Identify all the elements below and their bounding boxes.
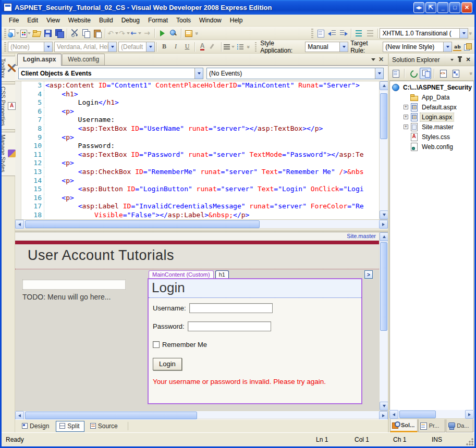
- chevron-down-icon[interactable]: [339, 42, 348, 52]
- code-line-4[interactable]: 4 <h1>: [21, 90, 379, 99]
- window-popout-button[interactable]: ⇱: [425, 2, 436, 13]
- code-line-3[interactable]: 3<asp:Content ID="Content1" ContentPlace…: [21, 81, 379, 90]
- scroll-track[interactable]: [380, 90, 388, 210]
- toolbar-overflow-icon[interactable]: »: [246, 44, 251, 49]
- underline-button[interactable]: U: [181, 41, 193, 53]
- display-details-button[interactable]: [315, 28, 326, 39]
- code-lines[interactable]: 3<asp:Content ID="Content1" ContentPlace…: [21, 81, 379, 219]
- code-line-7[interactable]: 7 Username:: [21, 116, 379, 125]
- design-vertical-scrollbar[interactable]: [379, 232, 388, 410]
- remember-me-checkbox[interactable]: [153, 341, 160, 348]
- panel-close-icon[interactable]: ✕: [464, 56, 472, 64]
- decrease-indent-button[interactable]: [326, 28, 338, 39]
- nest-related-files-button[interactable]: [420, 68, 431, 79]
- highlight-button[interactable]: [208, 41, 219, 53]
- refresh-button[interactable]: [407, 68, 419, 79]
- tree-item-styles-css[interactable]: Styles.css: [390, 132, 473, 142]
- code-line-8[interactable]: 8 <asp:TextBox ID="UserName" runat="serv…: [21, 125, 379, 133]
- username-input[interactable]: [189, 303, 273, 313]
- source-view-button[interactable]: Source: [87, 421, 123, 432]
- code-line-13[interactable]: 13 <asp:CheckBox ID="RememberMe" runat="…: [21, 168, 379, 177]
- scroll-thumb[interactable]: [380, 242, 387, 331]
- menu-debug[interactable]: Debug: [117, 15, 144, 26]
- scroll-up-icon[interactable]: [380, 232, 388, 241]
- scroll-left-icon[interactable]: [389, 410, 398, 419]
- scroll-thumb[interactable]: [399, 410, 436, 418]
- menu-format[interactable]: Format: [144, 15, 172, 26]
- master-page-label[interactable]: Site.master: [347, 233, 376, 239]
- source-horizontal-scrollbar[interactable]: [15, 220, 388, 229]
- source-editor[interactable]: 3<asp:Content ID="Content1" ContentPlace…: [15, 81, 388, 220]
- tab-database-explorer[interactable]: Da...: [446, 419, 473, 432]
- tab-web-config[interactable]: Web.config: [62, 54, 105, 65]
- chevron-down-icon[interactable]: [375, 68, 383, 79]
- tree-item-web-config[interactable]: Web.config: [390, 142, 473, 152]
- tree-item-default-aspx[interactable]: +Default.aspx: [390, 102, 473, 112]
- close-button[interactable]: ✕: [461, 2, 472, 13]
- close-document-icon[interactable]: ✕: [379, 56, 384, 63]
- start-debugging-button[interactable]: [156, 28, 168, 39]
- menu-website[interactable]: Website: [64, 15, 95, 26]
- tab-properties[interactable]: Pr...: [418, 419, 446, 432]
- menu-placeholder-box[interactable]: [22, 280, 126, 290]
- redo-button[interactable]: ↷: [118, 28, 130, 39]
- chevron-down-icon[interactable]: [443, 42, 451, 52]
- tree-item-c-aspnet-security[interactable]: C:\...\ASPNET_Security: [390, 82, 473, 92]
- style-application-dropdown[interactable]: Manual: [305, 42, 348, 52]
- code-line-14[interactable]: 14 <p>: [21, 177, 379, 185]
- source-vertical-scrollbar[interactable]: [379, 81, 388, 219]
- alignment-button[interactable]: [223, 41, 235, 53]
- scroll-thumb[interactable]: [25, 220, 260, 228]
- scroll-left-icon[interactable]: [15, 220, 24, 229]
- panel-horizontal-scrollbar[interactable]: [389, 410, 474, 419]
- chevron-down-icon[interactable]: [194, 68, 203, 79]
- toolbar-grip[interactable]: [4, 29, 6, 38]
- code-line-18[interactable]: 18 Visible="False"></asp:Label>&nbsp;</p…: [21, 211, 379, 219]
- tab-login-aspx[interactable]: Login.aspx: [17, 54, 62, 66]
- pin-icon[interactable]: [456, 56, 464, 64]
- navigate-backward-button[interactable]: ←: [130, 28, 141, 39]
- split-view-button[interactable]: Split: [56, 421, 84, 432]
- toolbar-overflow-icon[interactable]: »: [194, 31, 200, 35]
- toolbar-grip[interactable]: [4, 42, 6, 52]
- toolbar-overflow-icon[interactable]: »: [468, 71, 474, 76]
- save-button[interactable]: [42, 28, 54, 39]
- code-line-5[interactable]: 5 Login</h1>: [21, 98, 379, 107]
- view-code-button[interactable]: [437, 68, 448, 79]
- tree-item-login-aspx[interactable]: +Login.aspx: [390, 112, 473, 122]
- italic-button[interactable]: I: [170, 41, 181, 53]
- copy-button[interactable]: [80, 28, 92, 39]
- comment-selection-button[interactable]: [353, 28, 364, 39]
- paste-button[interactable]: [92, 28, 103, 39]
- menu-build[interactable]: Build: [95, 15, 117, 26]
- font-size-dropdown[interactable]: (Default: [118, 42, 155, 52]
- code-line-17[interactable]: 17 <asp:Label ID="InvalidCredentialsMess…: [21, 202, 379, 211]
- chevron-down-icon[interactable]: [459, 29, 468, 38]
- menu-tools[interactable]: Tools: [172, 15, 195, 26]
- other-windows-button[interactable]: [183, 28, 194, 39]
- menu-window[interactable]: Window: [195, 15, 226, 26]
- style-dropdown[interactable]: (None): [8, 42, 53, 52]
- scroll-right-icon[interactable]: [379, 220, 388, 229]
- solution-explorer-title-bar[interactable]: Solution Explorer ✕: [389, 54, 474, 66]
- navigate-forward-button[interactable]: →: [141, 28, 153, 39]
- target-rule-dropdown[interactable]: (New Inline Style): [383, 42, 452, 52]
- document-list-icon[interactable]: [371, 58, 375, 61]
- chevron-down-icon[interactable]: [44, 42, 52, 52]
- increase-indent-button[interactable]: [338, 28, 349, 39]
- tree-item-app-data[interactable]: App_Data: [390, 92, 473, 102]
- view-designer-button[interactable]: [449, 68, 461, 79]
- cut-button[interactable]: [69, 28, 80, 39]
- font-color-button[interactable]: A: [197, 41, 208, 53]
- add-new-item-button[interactable]: [19, 28, 31, 39]
- toolbar-overflow-icon[interactable]: »: [468, 31, 473, 35]
- save-all-button[interactable]: [54, 28, 65, 39]
- edit-inline-style-button[interactable]: ab: [452, 41, 462, 53]
- scroll-right-icon[interactable]: [379, 411, 388, 420]
- minimize-button[interactable]: _: [437, 2, 448, 13]
- scroll-right-icon[interactable]: [465, 410, 474, 419]
- resize-grip[interactable]: [466, 438, 474, 446]
- expand-icon[interactable]: +: [404, 105, 408, 109]
- expand-icon[interactable]: +: [404, 125, 408, 129]
- bullet-list-button[interactable]: [235, 41, 246, 53]
